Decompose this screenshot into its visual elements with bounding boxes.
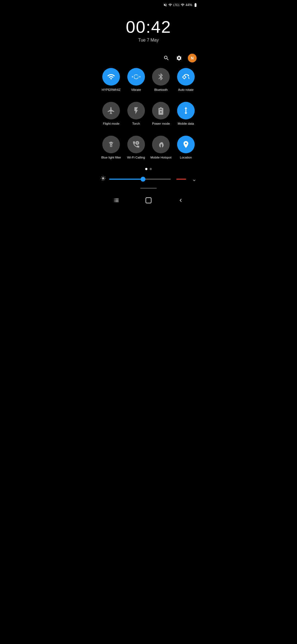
tile-mobilehotspot[interactable]: Mobile Hotspot — [150, 136, 172, 160]
brightness-thumb[interactable] — [141, 177, 145, 182]
brightness-extra-indicator — [176, 179, 186, 180]
tile-vibrate[interactable]: Vibrate — [125, 68, 148, 92]
clock-time: 00:42 — [95, 17, 202, 37]
mobilehotspot-tile-icon — [152, 136, 170, 153]
user-avatar[interactable]: N — [188, 54, 197, 62]
bluetooth-tile-label: Bluetooth — [154, 88, 168, 92]
tile-autorotate[interactable]: Auto rotate — [175, 68, 197, 92]
tile-mobiledata[interactable]: Mobile data — [175, 102, 197, 126]
svg-rect-0 — [146, 198, 151, 203]
clock-section: 00:42 Tue 7 May — [95, 9, 202, 48]
signal-icon — [181, 3, 185, 7]
status-icons: LTE1 44% — [163, 3, 198, 7]
vibrate-tile-icon — [127, 68, 145, 86]
tile-wificalling[interactable]: Wi-Fi Calling — [125, 136, 148, 160]
wifi-status-icon — [168, 3, 172, 7]
back-button[interactable] — [175, 195, 186, 206]
clock-date: Tue 7 May — [95, 38, 202, 43]
vibrate-tile-label: Vibrate — [131, 88, 141, 92]
wifi-tile-icon — [102, 68, 120, 86]
page-dot-2[interactable] — [150, 168, 152, 170]
mobiledata-tile-icon — [177, 102, 195, 119]
brightness-row: ⌄ — [95, 173, 202, 185]
tile-location[interactable]: Location — [175, 136, 197, 160]
network-label: LTE1 — [173, 4, 180, 7]
tile-flightmode[interactable]: Flight mode — [100, 102, 123, 126]
wifi-tile-label: HYPERWHIZ — [102, 88, 121, 92]
qs-header: N — [95, 48, 202, 65]
brightness-icon — [100, 176, 106, 182]
settings-button[interactable] — [175, 54, 183, 62]
mobiledata-tile-label: Mobile data — [178, 122, 194, 126]
home-indicator — [95, 185, 202, 191]
autorotate-tile-icon — [177, 68, 195, 86]
page-indicators — [95, 162, 202, 173]
page-dot-1[interactable] — [145, 168, 147, 170]
torch-tile-icon — [127, 102, 145, 119]
search-button[interactable] — [163, 54, 170, 62]
location-tile-label: Location — [180, 155, 192, 160]
flightmode-tile-label: Flight mode — [103, 122, 119, 126]
bluelightfilter-tile-icon — [102, 136, 120, 153]
autorotate-tile-label: Auto rotate — [178, 88, 194, 92]
home-indicator-bar — [140, 188, 157, 189]
status-bar: LTE1 44% — [95, 0, 202, 9]
powermode-tile-icon — [152, 102, 170, 119]
battery-percentage: 44% — [186, 3, 192, 7]
recent-apps-button[interactable] — [111, 195, 122, 206]
brightness-slider[interactable] — [109, 176, 171, 182]
bluelightfilter-tile-label: Blue light filter — [101, 155, 121, 160]
wificalling-tile-label: Wi-Fi Calling — [127, 155, 145, 160]
mute-icon — [163, 3, 167, 7]
wificalling-tile-icon — [127, 136, 145, 153]
tile-powermode[interactable]: Power mode — [150, 102, 172, 126]
tile-torch[interactable]: Torch — [125, 102, 148, 126]
powermode-tile-label: Power mode — [152, 122, 170, 126]
flightmode-tile-icon — [102, 102, 120, 119]
brightness-expand-button[interactable]: ⌄ — [192, 176, 197, 183]
tiles-row-3: Blue light filter Wi-Fi Calling Mobile H… — [95, 133, 202, 162]
torch-tile-label: Torch — [132, 122, 140, 126]
nav-bar — [95, 191, 202, 211]
home-button[interactable] — [143, 195, 154, 206]
tiles-row-2: Flight mode Torch Power mode Mobile data — [95, 99, 202, 129]
tile-wifi[interactable]: HYPERWHIZ — [100, 68, 123, 92]
mobilehotspot-tile-label: Mobile Hotspot — [150, 155, 172, 160]
tile-bluetooth[interactable]: Bluetooth — [150, 68, 172, 92]
bluetooth-tile-icon — [152, 68, 170, 86]
location-tile-icon — [177, 136, 195, 153]
tile-bluelightfilter[interactable]: Blue light filter — [100, 136, 123, 160]
tiles-row-1: HYPERWHIZ Vibrate Bluetooth Auto rotate — [95, 65, 202, 95]
battery-icon — [193, 3, 198, 7]
